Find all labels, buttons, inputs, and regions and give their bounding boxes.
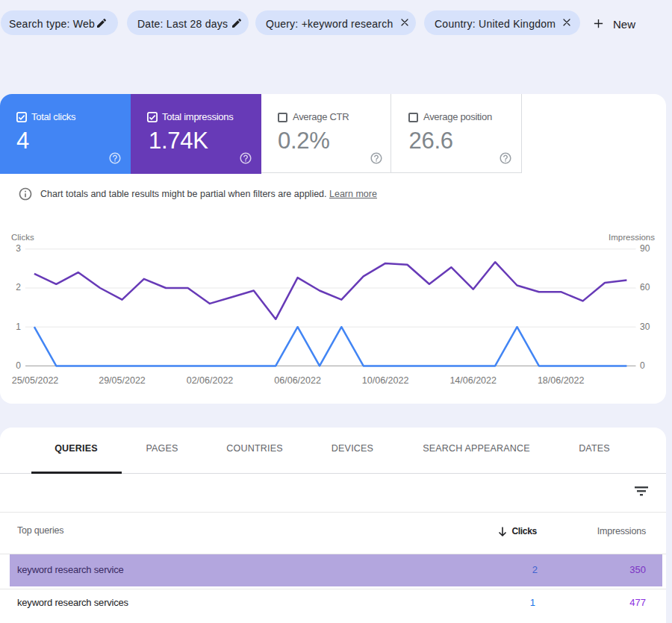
svg-text:30: 30 — [640, 322, 650, 332]
svg-text:06/06/2022: 06/06/2022 — [274, 375, 321, 386]
svg-text:02/06/2022: 02/06/2022 — [187, 375, 234, 386]
svg-text:14/06/2022: 14/06/2022 — [449, 375, 497, 386]
svg-text:0: 0 — [16, 360, 21, 371]
svg-text:29/05/2022: 29/05/2022 — [99, 375, 146, 386]
svg-text:25/05/2022: 25/05/2022 — [12, 375, 59, 386]
svg-text:18/06/2022: 18/06/2022 — [538, 375, 585, 386]
svg-text:60: 60 — [640, 282, 650, 292]
svg-text:1: 1 — [16, 322, 21, 332]
svg-text:10/06/2022: 10/06/2022 — [362, 375, 409, 386]
svg-text:90: 90 — [640, 243, 650, 254]
svg-text:3: 3 — [16, 243, 21, 254]
svg-text:Impressions: Impressions — [609, 233, 655, 242]
svg-text:Clicks: Clicks — [11, 233, 34, 242]
svg-text:2: 2 — [16, 282, 21, 292]
svg-text:0: 0 — [640, 360, 645, 371]
